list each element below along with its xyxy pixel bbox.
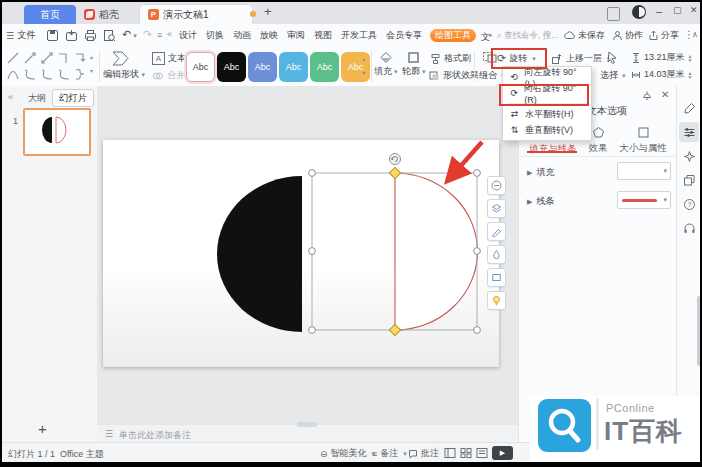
shape-style-swatch[interactable]: Abc [248,52,277,82]
tab-design[interactable]: 设计 [179,29,197,42]
pane-style-button[interactable] [679,98,699,118]
shape-style-swatch[interactable]: Abc [310,52,339,82]
gallery-scroll-up-icon[interactable]: ▴ [90,53,93,60]
shape-gallery[interactable] [5,50,89,87]
pane-title[interactable]: 文本选项 [587,104,627,118]
select-button[interactable]: 选择▾ [600,69,626,82]
beautify-button[interactable]: ⊖ 智能美化▾ [320,447,375,460]
group-icon[interactable] [482,51,498,64]
line-section-header[interactable]: ▶ 线条 [527,195,554,208]
layer-button[interactable] [487,199,506,218]
rotate-button[interactable]: ⟳ 旋转▾ [497,52,536,65]
width-field[interactable]: 14.03厘米 ▲▼ [631,68,692,81]
style-scroll-down-icon[interactable]: ▾ [362,69,365,76]
collapse-float-button[interactable] [487,176,506,195]
search-input[interactable]: ⌕ 查找命令, 搜... [497,28,559,43]
tabs-overflow-icon[interactable]: ▸ [489,31,493,39]
height-stepper[interactable]: ▲▼ [688,54,693,62]
width-stepper[interactable]: ▲▼ [688,71,693,79]
height-field[interactable]: 13.21厘米 ▲▼ [631,51,692,64]
maximize-button[interactable]: ▢ [673,5,682,15]
print-icon[interactable] [84,29,97,42]
edit-shape-button[interactable]: 编辑形状▾ [103,50,139,81]
menu-item-flip-vertical[interactable]: ⇅ 垂直翻转(V) [503,122,591,138]
comments-button[interactable]: 批注 [408,447,439,460]
add-slide-button[interactable]: + [38,420,47,437]
collaborate-button[interactable]: 协作 [612,28,643,43]
share-button[interactable]: 分享 [648,28,679,43]
notes-drag-handle[interactable] [297,422,317,427]
shape-format-button[interactable] [487,268,506,287]
pin-icon[interactable] [641,90,653,102]
select-cursor-icon[interactable] [605,50,619,64]
notes-placeholder[interactable]: 单击此处添加备注 [119,429,191,442]
close-button[interactable]: ✕ [690,5,698,15]
message-icon[interactable] [607,7,620,21]
save-status[interactable]: 未保存 [563,28,605,43]
menu-item-flip-horizontal[interactable]: ⇄ 水平翻转(H) [503,106,591,122]
fill-button[interactable]: 填充▾ [374,51,398,78]
tab-animation[interactable]: 动画 [233,29,251,42]
tab-docer[interactable]: 稻壳 [84,5,119,24]
format-painter-button[interactable]: 格式刷 [430,52,471,65]
slide-sorter-icon[interactable] [460,447,472,459]
shape-style-swatch[interactable]: Abc [217,52,246,82]
collapse-tabs-icon[interactable]: « [167,29,172,39]
bring-forward-button[interactable]: 上移一层▾ [551,52,611,65]
pane-tab-size[interactable]: 大小与属性 [615,126,671,155]
collapse-panel-icon[interactable]: « [8,92,13,102]
tab-drawing-tools[interactable]: 绘图工具 [430,29,476,42]
pane-feedback-button[interactable] [679,218,699,238]
pane-selection-button[interactable] [679,170,699,190]
pane-properties-button[interactable] [679,122,699,142]
new-tab-button[interactable]: + [264,4,272,19]
pane-help-button[interactable]: ? [679,194,699,214]
tab-devtools[interactable]: 开发工具 [341,29,377,42]
tab-outline[interactable]: 大纲 [28,92,46,105]
style-scroll-up-icon[interactable]: ▴ [362,55,365,62]
pencil-icon [491,226,502,237]
tab-member[interactable]: 会员专享 [386,29,422,42]
notes-toggle-button[interactable]: ≡ 备注▾ [372,447,407,460]
collapse-ribbon-icon[interactable]: ∧ [692,30,698,39]
tab-slideshow[interactable]: 放映 [260,29,278,42]
play-slideshow-button[interactable]: ▶ [492,446,513,460]
slide-surface[interactable] [103,140,499,367]
more-commands-icon[interactable]: ≡ [157,30,162,40]
close-pane-icon[interactable]: ✕ [661,89,669,100]
fill-color-dropdown[interactable]: ▾ [617,162,671,180]
outline-button[interactable]: 轮廓▾ [402,51,426,78]
editing-canvas[interactable] [97,86,518,424]
pane-animation-button[interactable] [679,146,699,166]
group-button[interactable]: 组合▾ [479,69,505,82]
save-icon[interactable] [46,29,59,42]
tab-document[interactable]: P 演示文稿1 [140,5,252,24]
avatar[interactable] [632,5,646,19]
shape-style-swatch[interactable]: Abc [279,52,308,82]
menu-item-rotate-right[interactable]: ⟳ 向右旋转 90°(R) [503,85,591,101]
line-color-dropdown[interactable]: ▾ [617,191,671,209]
slide-thumbnail[interactable] [23,108,91,156]
fill-section-header[interactable]: ▶ 填充 [527,166,554,179]
tab-review[interactable]: 审阅 [287,29,305,42]
undo-icon[interactable]: ↶▾ [122,28,137,41]
redo-icon[interactable]: ↷ [143,28,152,41]
file-menu[interactable]: ☰ 文件 [6,28,36,43]
tab-view[interactable]: 视图 [314,29,332,42]
edit-points-button[interactable] [487,222,506,241]
normal-view-icon[interactable] [444,447,456,459]
export-icon[interactable] [65,29,78,42]
notes-bar[interactable]: ☰ 单击此处添加备注 [97,424,518,443]
gallery-scroll-down-icon[interactable]: ▾ [90,67,93,74]
fill-format-button[interactable] [487,245,506,264]
theme-name[interactable]: Office 主题 [60,448,104,461]
tab-slides[interactable]: 幻灯片 [52,89,94,107]
recommend-button[interactable] [487,291,506,310]
reading-view-icon[interactable] [476,447,488,459]
shape-style-swatch[interactable]: Abc [186,52,215,82]
print-preview-icon[interactable] [103,29,116,42]
tab-transition[interactable]: 切换 [206,29,224,42]
shape-style-swatch[interactable]: Abc [341,52,370,82]
tab-home[interactable]: 首页 [24,5,76,24]
minimize-button[interactable]: – [656,5,662,17]
